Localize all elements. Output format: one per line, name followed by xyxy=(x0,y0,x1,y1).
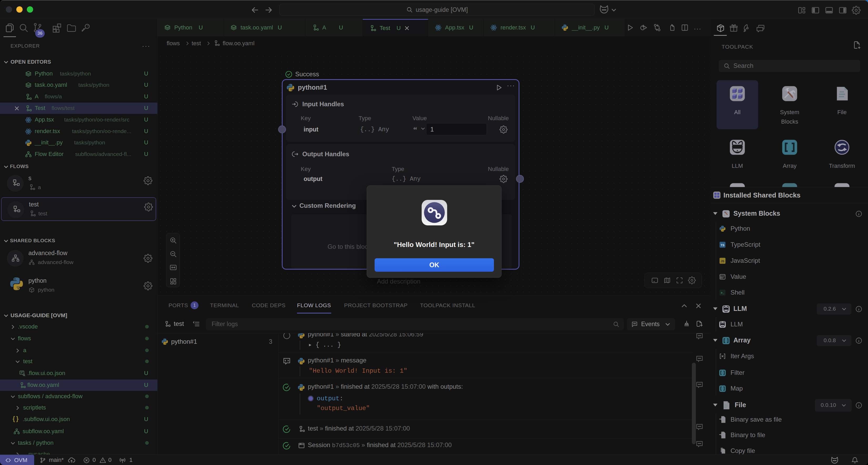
svg-text:JS: JS xyxy=(721,260,724,263)
svg-text:>_: >_ xyxy=(721,291,724,295)
svg-text:TS: TS xyxy=(720,243,724,247)
